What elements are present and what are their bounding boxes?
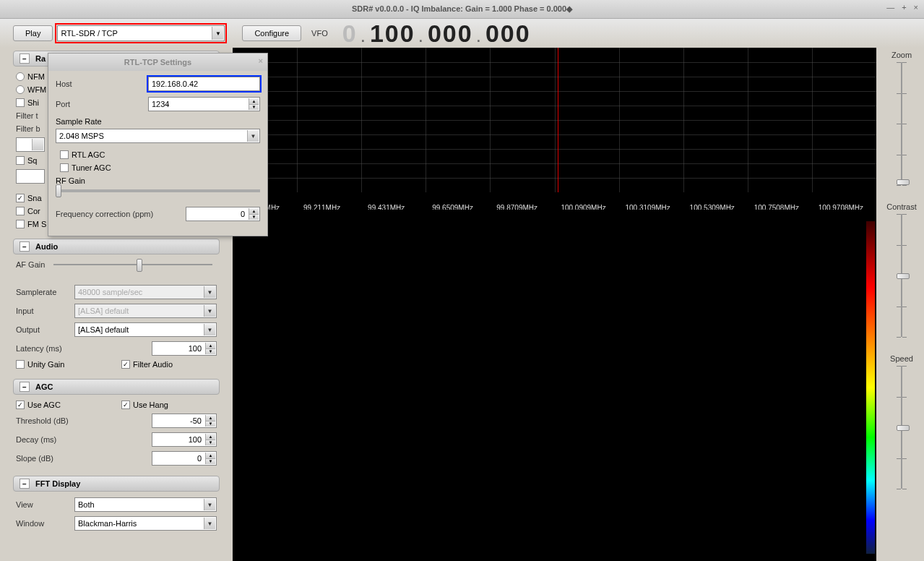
slope-spinner[interactable]: ▲▼: [152, 451, 217, 466]
spin-up-icon[interactable]: ▲: [249, 208, 259, 215]
host-input[interactable]: [148, 77, 260, 91]
freq-separator: .: [476, 25, 481, 47]
squelch-checkbox[interactable]: Sq: [16, 156, 37, 165]
af-gain-slider[interactable]: [53, 264, 212, 265]
window-select[interactable]: Blackman-Harris▼: [74, 516, 217, 531]
speed-slider-group: Speed: [879, 354, 924, 499]
decay-spinner[interactable]: ▲▼: [152, 432, 217, 447]
sample-rate-label: Sample Rate: [56, 117, 260, 126]
port-spinner[interactable]: ▲▼: [148, 97, 260, 111]
spin-up-icon[interactable]: ▲: [205, 343, 215, 349]
af-gain-label: AF Gain: [16, 260, 45, 269]
fm-stereo-checkbox[interactable]: FM S: [16, 220, 46, 228]
spin-down-icon[interactable]: ▼: [249, 215, 259, 220]
freq-digit[interactable]: 0: [516, 20, 530, 48]
speed-label: Speed: [879, 354, 924, 363]
titlebar: SDR# v0.0.0.0 - IQ Imbalance: Gain = 1.0…: [0, 0, 924, 19]
freq-digit[interactable]: 1: [370, 20, 384, 48]
freq-digit[interactable]: 0: [342, 20, 356, 48]
freq-digit[interactable]: 0: [400, 20, 414, 48]
freq-digit[interactable]: 0: [458, 20, 472, 48]
spin-up-icon[interactable]: ▲: [205, 453, 215, 459]
input-select: [ALSA] default▼: [74, 304, 217, 318]
display-area: MHz 99.211MHz 99.431MHz 99.6509MHz 99.87…: [233, 48, 876, 561]
collapse-icon[interactable]: −: [20, 53, 30, 64]
spectrum-display[interactable]: MHz 99.211MHz 99.431MHz 99.6509MHz 99.87…: [233, 48, 876, 207]
speed-slider[interactable]: [901, 366, 902, 489]
shift-checkbox[interactable]: Shi: [16, 98, 39, 107]
nfm-radio[interactable]: NFM: [16, 72, 45, 81]
rf-gain-slider[interactable]: [56, 189, 260, 192]
use-agc-checkbox[interactable]: ✓Use AGC: [16, 401, 117, 409]
latency-spinner[interactable]: ▲▼: [152, 341, 217, 356]
audio-panel-header[interactable]: − Audio: [13, 239, 220, 254]
right-sidebar: Zoom Contrast Speed: [879, 48, 924, 561]
spin-down-icon[interactable]: ▼: [205, 349, 215, 355]
close-icon[interactable]: ×: [914, 3, 918, 12]
panel-title: Audio: [35, 242, 58, 251]
freq-digit[interactable]: 0: [501, 20, 514, 48]
freq-separator: .: [360, 25, 366, 47]
rtl-tcp-settings-dialog: RTL-TCP Settings × Host Port ▲▼ Sample R…: [48, 53, 268, 236]
freq-digit[interactable]: 0: [385, 20, 399, 48]
correct-checkbox[interactable]: Cor: [16, 207, 40, 215]
fft-panel-header[interactable]: − FFT Display: [13, 476, 220, 492]
audio-panel-body: AF Gain Samplerate 48000 sample/sec▼ Inp…: [13, 259, 220, 379]
samplerate-label: Samplerate: [16, 288, 70, 296]
freq-digit[interactable]: 0: [485, 20, 499, 48]
window-label: Window: [16, 519, 70, 528]
sq-select[interactable]: [16, 169, 45, 184]
minimize-icon[interactable]: —: [886, 3, 894, 12]
tuner-agc-checkbox[interactable]: Tuner AGC: [60, 163, 111, 172]
zoom-slider-group: Zoom: [879, 51, 924, 195]
wfm-radio[interactable]: WFM: [16, 85, 46, 94]
spin-up-icon[interactable]: ▲: [205, 434, 215, 440]
filter-b-label: Filter b: [16, 124, 40, 133]
use-hang-checkbox[interactable]: ✓Use Hang: [121, 401, 168, 409]
fft-panel-body: View Both▼ Window Blackman-Harris▼: [13, 496, 220, 541]
rtl-agc-checkbox[interactable]: RTL AGC: [60, 150, 105, 159]
output-select[interactable]: [ALSA] default▼: [74, 322, 217, 337]
configure-button[interactable]: Configure: [242, 25, 301, 41]
spin-down-icon[interactable]: ▼: [205, 440, 215, 446]
zoom-slider[interactable]: [901, 62, 902, 185]
spin-down-icon[interactable]: ▼: [249, 105, 259, 111]
chevron-down-icon[interactable]: ▼: [212, 27, 223, 40]
filter-t-label: Filter t: [16, 111, 38, 120]
view-select[interactable]: Both▼: [74, 497, 217, 512]
spin-down-icon[interactable]: ▼: [205, 421, 215, 427]
dialog-titlebar[interactable]: RTL-TCP Settings ×: [48, 53, 267, 71]
source-dropdown[interactable]: RTL-SDR / TCP ▼: [57, 25, 225, 41]
agc-panel-header[interactable]: − AGC: [13, 379, 220, 395]
freq-correction-label: Frequency correction (ppm): [56, 210, 186, 218]
frequency-display[interactable]: 0 . 1 0 0 . 0 0 0 . 0 0 0: [342, 20, 530, 48]
spin-up-icon[interactable]: ▲: [205, 415, 215, 421]
toolbar: Play RTL-SDR / TCP ▼ Configure VFO 0 . 1…: [0, 19, 924, 48]
play-button[interactable]: Play: [13, 25, 53, 41]
spin-down-icon[interactable]: ▼: [205, 459, 215, 465]
freq-digit[interactable]: 0: [428, 20, 441, 48]
filter-select[interactable]: [16, 137, 45, 152]
maximize-icon[interactable]: +: [902, 3, 906, 12]
window-controls: — + ×: [886, 3, 918, 12]
freq-correction-spinner[interactable]: ▲▼: [186, 207, 260, 221]
filter-audio-checkbox[interactable]: ✓Filter Audio: [121, 360, 173, 369]
threshold-spinner[interactable]: ▲▼: [152, 414, 217, 428]
collapse-icon[interactable]: −: [20, 241, 30, 252]
collapse-icon[interactable]: −: [20, 382, 30, 392]
unity-gain-checkbox[interactable]: Unity Gain: [16, 360, 117, 369]
waterfall-display[interactable]: [233, 210, 869, 561]
contrast-slider[interactable]: [901, 214, 902, 337]
contrast-label: Contrast: [879, 202, 924, 211]
panel-title: AGC: [35, 382, 53, 391]
tuning-cursor[interactable]: [558, 48, 558, 192]
input-label: Input: [16, 307, 70, 315]
spin-up-icon[interactable]: ▲: [249, 98, 259, 105]
collapse-icon[interactable]: −: [20, 479, 30, 489]
snap-checkbox[interactable]: ✓Sna: [16, 194, 42, 202]
threshold-label: Threshold (dB): [16, 416, 117, 425]
vfo-label: VFO: [311, 29, 328, 38]
freq-digit[interactable]: 0: [443, 20, 457, 48]
close-icon[interactable]: ×: [259, 56, 263, 65]
sample-rate-select[interactable]: 2.048 MSPS▼: [56, 129, 260, 143]
